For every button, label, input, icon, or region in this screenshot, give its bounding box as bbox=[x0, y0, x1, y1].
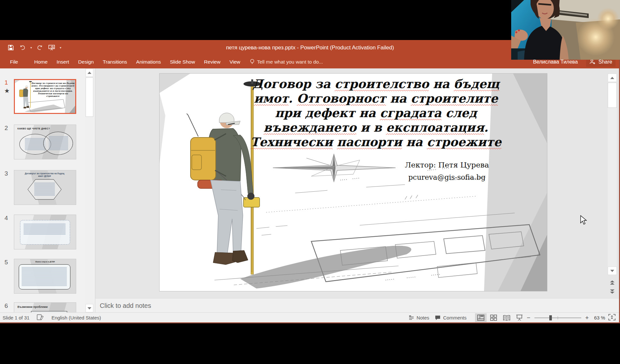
thumbnail-number-2: 2 bbox=[5, 125, 12, 132]
double-chevron-up-icon bbox=[610, 280, 615, 282]
tab-slide-show[interactable]: Slide Show bbox=[170, 59, 195, 65]
thumbnail-4-textbox bbox=[20, 220, 70, 245]
quick-access-toolbar: ▾ ▾ bbox=[7, 40, 61, 55]
thumbnail-scroll-up-button[interactable] bbox=[86, 68, 93, 77]
powerpoint-window: ▾ ▾ петя цурева-нова през.pptx - PowerPo… bbox=[0, 40, 620, 323]
comments-icon bbox=[435, 315, 441, 320]
slide-thumbnail-3[interactable]: Договорът за строителство на бъдещ имот … bbox=[14, 170, 76, 205]
thumbnail-number-1: 1 bbox=[5, 79, 12, 86]
slide-canvas[interactable]: Договор за строителство на бъдещимот. От… bbox=[160, 74, 547, 291]
thumbnail-number-4: 4 bbox=[5, 215, 12, 222]
tell-me-box[interactable]: Tell me what you want to do... bbox=[250, 59, 323, 65]
zoom-slider[interactable] bbox=[534, 318, 581, 318]
editor-scroll-up-button[interactable] bbox=[608, 74, 617, 82]
thumbnail-1-title: Договор за строителство на бъдещ имот. О… bbox=[31, 82, 75, 97]
zoom-slider-handle[interactable] bbox=[549, 315, 552, 320]
notes-placeholder: Click to add notes bbox=[100, 302, 151, 309]
tab-home[interactable]: Home bbox=[34, 59, 47, 65]
editor-scrollbar-thumb[interactable] bbox=[608, 83, 617, 108]
thumbnail-2-right-ellipse bbox=[43, 132, 73, 155]
fit-to-window-button[interactable] bbox=[608, 314, 615, 321]
thumbnail-scrollbar-thumb[interactable] bbox=[86, 77, 93, 117]
lecturer-email: pcureva@gis-sofia.bg bbox=[403, 173, 491, 182]
thumbnail-number-3: 3 bbox=[5, 170, 12, 177]
slide-show-icon bbox=[516, 315, 523, 321]
zoom-level[interactable]: 63 % bbox=[594, 315, 605, 320]
tab-file[interactable]: File bbox=[10, 59, 18, 65]
slide-subtitle-textbox[interactable]: Лектор: Петя Цурева pcureva@gis-sofia.bg bbox=[403, 160, 491, 182]
tab-insert[interactable]: Insert bbox=[57, 59, 69, 65]
zoom-out-button[interactable]: − bbox=[525, 314, 532, 321]
start-slideshow-icon[interactable] bbox=[48, 44, 55, 51]
account-name[interactable]: Велислава Тилева bbox=[533, 59, 578, 65]
share-person-icon bbox=[589, 59, 596, 65]
redo-icon[interactable] bbox=[36, 44, 44, 51]
slide-thumbnail-panel: 1 ★ Договор за строителство на бъдещ bbox=[0, 68, 95, 312]
slide-indicator: Slide 1 of 31 bbox=[3, 315, 29, 320]
window-title: петя цурева-нова през.pptx - PowerPoint … bbox=[97, 40, 523, 55]
lightbulb-icon bbox=[250, 59, 254, 65]
thumbnail-5-textbox bbox=[19, 264, 70, 289]
slide-thumbnail-6[interactable]: Възможни проблеми bbox=[14, 302, 76, 312]
window-border bbox=[0, 322, 620, 323]
thumbnail-panel-scrollbar[interactable] bbox=[85, 68, 94, 312]
zoom-in-button[interactable]: + bbox=[584, 314, 590, 321]
lecturer-name: Лектор: Петя Цурева bbox=[403, 160, 491, 170]
webcam-video bbox=[511, 0, 620, 60]
tab-review[interactable]: Review bbox=[204, 59, 221, 65]
slide-sorter-view-button[interactable] bbox=[488, 313, 500, 322]
editor-scroll-down-button[interactable] bbox=[608, 267, 617, 275]
reading-view-button[interactable] bbox=[501, 313, 512, 322]
thumbnail-number-5: 5 bbox=[5, 259, 12, 266]
language-indicator[interactable]: English (United States) bbox=[51, 315, 101, 320]
undo-dropdown-caret-icon[interactable]: ▾ bbox=[30, 46, 32, 49]
double-chevron-down-icon bbox=[610, 289, 615, 291]
save-icon[interactable] bbox=[7, 44, 14, 51]
status-bar: Slide 1 of 31 English (United States) No… bbox=[0, 312, 620, 323]
animation-star-icon[interactable]: ★ bbox=[4, 87, 10, 95]
thumbnail-scroll-down-button[interactable] bbox=[86, 304, 93, 312]
reading-view-icon bbox=[503, 315, 510, 321]
thumbnail-number-6: 6 bbox=[5, 302, 12, 309]
slide-show-view-button[interactable] bbox=[514, 313, 525, 322]
slide-sorter-icon bbox=[490, 315, 497, 321]
normal-view-icon bbox=[477, 315, 484, 321]
slide-thumbnail-1[interactable]: Договор за строителство на бъдещ имот. О… bbox=[14, 79, 76, 114]
tab-animations[interactable]: Animations bbox=[136, 59, 161, 65]
comments-toggle-button[interactable]: Comments bbox=[435, 315, 467, 320]
tab-view[interactable]: View bbox=[230, 59, 240, 65]
notes-toggle-button[interactable]: Notes bbox=[408, 315, 429, 320]
notes-icon bbox=[408, 315, 414, 320]
triangle-down-icon bbox=[610, 270, 614, 272]
triangle-up-icon bbox=[88, 72, 91, 74]
tab-transitions[interactable]: Transitions bbox=[103, 59, 127, 65]
slide-title-textbox[interactable]: Договор за строителство на бъдещимот. От… bbox=[231, 77, 521, 149]
triangle-down-icon bbox=[88, 307, 91, 309]
slide-editor-area: Договор за строителство на бъдещимот. От… bbox=[95, 68, 620, 298]
slide-thumbnail-5[interactable]: Важни клаузи в ДСБИ bbox=[14, 259, 76, 294]
thumbnail-6-title: Възможни проблеми bbox=[17, 305, 48, 308]
undo-icon[interactable] bbox=[19, 44, 26, 51]
spellcheck-icon[interactable] bbox=[36, 314, 44, 321]
mouse-cursor bbox=[580, 215, 587, 225]
slide-thumbnail-4[interactable] bbox=[14, 215, 76, 249]
next-slide-button[interactable] bbox=[608, 288, 616, 295]
previous-slide-button[interactable] bbox=[608, 279, 616, 286]
normal-view-button[interactable] bbox=[475, 313, 487, 322]
editor-scrollbar[interactable] bbox=[608, 74, 617, 293]
customize-qat-caret-icon[interactable]: ▾ bbox=[60, 46, 61, 49]
tab-design[interactable]: Design bbox=[78, 59, 94, 65]
notes-panel[interactable]: Click to add notes bbox=[95, 298, 620, 313]
thumbnail-2-title: КАКВО ЩЕ ЧУЕТЕ ДНЕС? bbox=[17, 127, 50, 130]
triangle-up-icon bbox=[610, 77, 614, 79]
thumbnail-5-title: Важни клаузи в ДСБИ bbox=[14, 261, 76, 263]
slide-thumbnail-2[interactable]: КАКВО ЩЕ ЧУЕТЕ ДНЕС? bbox=[14, 125, 76, 159]
fit-to-window-icon bbox=[608, 314, 615, 320]
